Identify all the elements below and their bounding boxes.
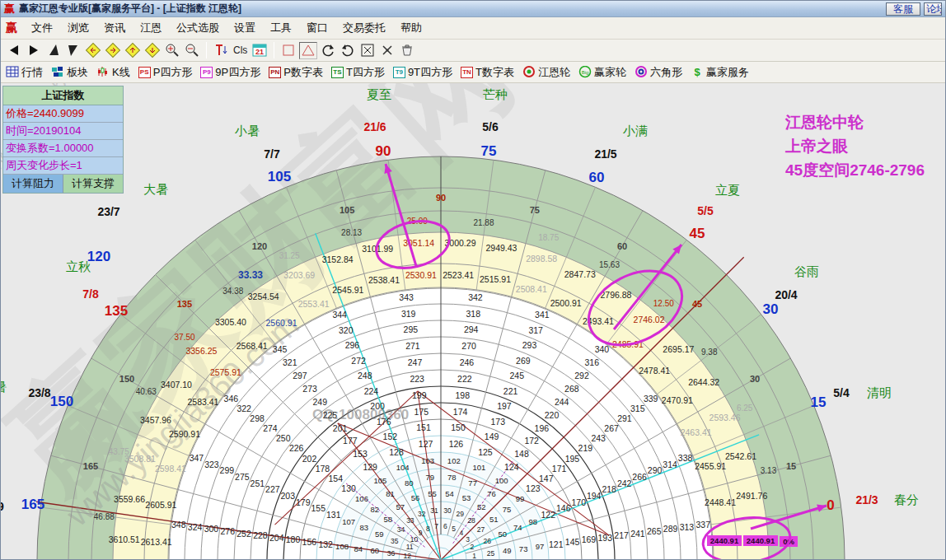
forum-button[interactable]: 论坛 [924, 2, 942, 16]
toolbar-button-行情[interactable]: 行情 [6, 65, 43, 80]
integer-cell: 225 [323, 410, 338, 420]
draw-square-icon[interactable] [279, 42, 297, 59]
menu-item[interactable]: 工具 [263, 19, 299, 36]
wheel-annotation-text: 江恩轮中轮上帝之眼45度空间2746-2796 [785, 110, 925, 182]
toolbar-button-P数字表[interactable]: PNP数字表 [269, 65, 323, 80]
param-row: 变换系数=1.00000 [3, 140, 123, 157]
prev-icon[interactable] [5, 42, 23, 59]
zoom-out-icon[interactable] [183, 42, 201, 59]
toolbar-button-label: P数字表 [283, 65, 323, 80]
integer-cell: 173 [491, 417, 506, 427]
toolbar-button-板块[interactable]: 板块 [51, 65, 88, 80]
price-cell-inner: 2538.41 [368, 275, 400, 285]
menu-item[interactable]: 设置 [227, 19, 263, 36]
toolbar-button-六角形[interactable]: 六角形 [635, 65, 682, 80]
toolbar-button-P四方形[interactable]: PSP四方形 [138, 65, 193, 80]
toolbar-button-9T四方形[interactable]: T99T四方形 [393, 65, 452, 80]
flag-up-icon[interactable] [44, 42, 63, 59]
toolbar-button-label: 9T四方形 [408, 65, 452, 80]
menu-item[interactable]: 窗口 [299, 19, 335, 36]
toolbar-button-K线[interactable]: K线 [96, 65, 130, 80]
menu-item[interactable]: 公式选股 [169, 19, 227, 36]
price-cell-outer: 3254.54 [248, 292, 279, 301]
integer-cell: 246 [460, 357, 475, 367]
integer-cell: 50 [499, 530, 508, 539]
menu-logo-icon: 赢 [6, 21, 17, 35]
center-cross-icon[interactable] [378, 42, 396, 59]
integer-cell: 2 [471, 543, 475, 551]
percent-cell: 18.75 [538, 233, 559, 242]
pan-left-icon[interactable] [84, 42, 102, 59]
boxed-x-icon[interactable] [358, 42, 377, 59]
integer-cell: 226 [289, 443, 304, 453]
price-cell-outer: 2796.88 [601, 290, 632, 300]
rotate-ccw-icon[interactable] [319, 42, 337, 59]
param-row: 周天变化步长=1 [3, 157, 123, 175]
menu-item[interactable]: 江恩 [133, 19, 169, 36]
cls-button[interactable]: Cls [231, 44, 250, 56]
integer-cell: 171 [552, 464, 567, 474]
integer-cell: 84 [354, 544, 363, 553]
price-cell-outer: 2542.61 [725, 451, 756, 461]
flag-down-icon[interactable] [64, 42, 82, 59]
price-cell-inner: 2455.91 [695, 461, 726, 471]
integer-cell: 131 [326, 510, 341, 520]
integer-cell: 266 [632, 472, 647, 482]
main-toolbar: Cls 21 [1, 40, 945, 62]
toolbar-button-赢家轮[interactable]: Big赢家轮 [578, 65, 626, 80]
integer-cell: 82 [371, 505, 380, 514]
pan-up-icon[interactable] [124, 42, 142, 59]
toolbar-button-label: 板块 [67, 65, 88, 80]
percent-cell: 21.88 [473, 218, 494, 227]
menu-item[interactable]: 浏览 [60, 19, 96, 36]
draw-triangle-icon[interactable] [299, 42, 317, 59]
customer-service-button[interactable]: 客服 [886, 2, 920, 16]
next-icon[interactable] [25, 42, 43, 59]
menu-item[interactable]: 资讯 [96, 19, 133, 36]
integer-cell: 271 [405, 341, 420, 351]
date-label: 7/8 [82, 287, 99, 301]
integer-cell: 108 [335, 542, 349, 551]
toolbar-button-江恩轮[interactable]: 江恩轮 [522, 65, 570, 80]
menu-item[interactable]: 帮助 [393, 19, 429, 36]
integer-cell: 199 [412, 390, 427, 400]
price-cell-outer: 2491.76 [736, 491, 767, 501]
price-cell-inner: 2605.91 [145, 500, 176, 510]
degree-label: 90 [376, 143, 391, 159]
trash-icon[interactable] [398, 42, 416, 59]
menu-item[interactable]: 文件 [24, 19, 60, 36]
pan-down-icon[interactable] [143, 42, 162, 59]
zoom-in-icon[interactable] [163, 42, 181, 59]
integer-cell: 79 [426, 473, 435, 482]
chart-area[interactable]: 赢家财富网www.yingjia360.comwww.yingjia360.co… [1, 83, 946, 560]
toolbar-button-9P四方形[interactable]: P99P四方形 [200, 65, 260, 80]
price-cell-inner: 2515.91 [480, 274, 511, 284]
calc-button[interactable]: 计算阻力 [3, 175, 63, 193]
price-cell-outer: 2695.17 [663, 344, 694, 354]
integer-cell: 9 [419, 529, 423, 537]
time-price-toggle-icon[interactable] [212, 42, 230, 59]
toolbar-button-赢家服务[interactable]: $赢家服务 [691, 65, 749, 80]
integer-cell: 145 [565, 537, 580, 547]
svg-text:Big: Big [582, 70, 589, 75]
menu-item[interactable]: 交易委托 [335, 19, 393, 36]
toolbar-button-T四方形[interactable]: TST四方形 [331, 65, 385, 80]
pan-right-icon[interactable] [104, 42, 122, 59]
dollar-icon: $ [691, 66, 704, 78]
calendar-icon[interactable]: 21 [251, 42, 269, 59]
svg-text:21: 21 [255, 48, 264, 56]
integer-cell: 324 [188, 522, 203, 532]
integer-cell: 60 [370, 546, 379, 555]
calc-button[interactable]: 计算支撑 [63, 175, 123, 193]
integer-cell: 224 [364, 386, 379, 396]
integer-cell: 54 [445, 489, 454, 498]
price-cell-outer: 3559.66 [114, 494, 145, 504]
rotate-cw-icon[interactable] [339, 42, 357, 59]
date-label: 5/4 [833, 386, 850, 399]
integer-cell: 272 [351, 356, 366, 366]
toolbar-button-label: 行情 [21, 65, 43, 80]
degree-label: 0 [827, 497, 834, 513]
toolbar-button-T数字表[interactable]: TNT数字表 [461, 65, 514, 80]
price-cell-outer: 3305.40 [215, 317, 246, 327]
price-cell-outer: 2593.46 [710, 413, 741, 422]
